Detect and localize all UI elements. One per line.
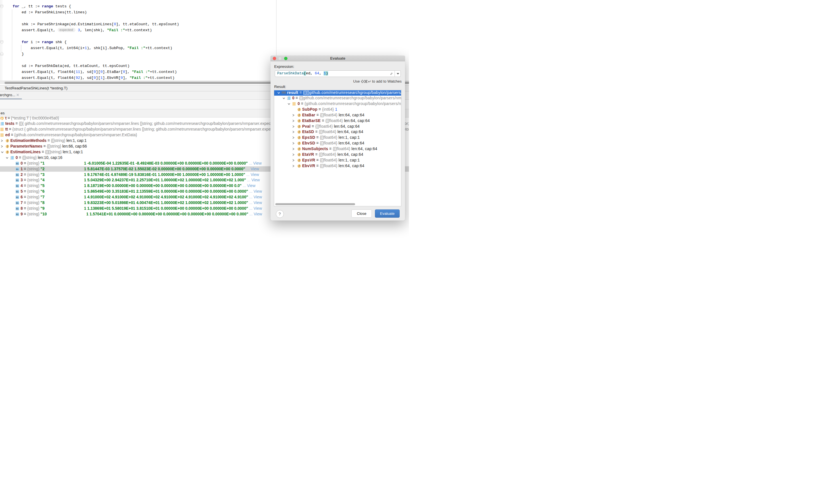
svg-text:3: 3 <box>287 99 288 100</box>
svg-text:01: 01 <box>16 207 18 210</box>
svg-text:01: 01 <box>16 190 18 193</box>
svg-text:3: 3 <box>0 124 1 125</box>
svg-text:01: 01 <box>16 162 18 165</box>
svg-text:01: 01 <box>16 213 18 216</box>
svg-text:01: 01 <box>16 173 18 176</box>
svg-text:p: p <box>1 117 3 120</box>
svg-text:01: 01 <box>16 196 18 199</box>
svg-text:01: 01 <box>16 202 18 204</box>
svg-text:01: 01 <box>16 185 18 187</box>
svg-text:3: 3 <box>10 158 11 159</box>
svg-text:01: 01 <box>16 168 18 170</box>
svg-text:01: 01 <box>16 179 18 182</box>
